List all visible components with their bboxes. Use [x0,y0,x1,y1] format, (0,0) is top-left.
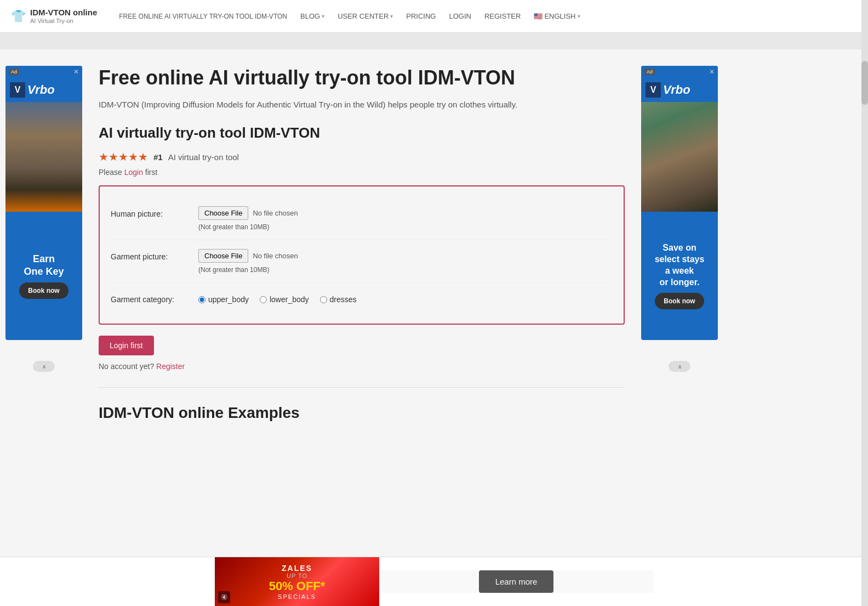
human-picture-controls: Choose File No file chosen (Not greater … [198,206,298,231]
header: 👕 IDM-VTON online AI Virtual Try-on FREE… [0,0,868,33]
nav-language-dropdown[interactable]: 🇺🇸 ENGLISH ▾ [534,12,580,20]
lower-body-label: lower_body [270,295,309,304]
category-lower-body[interactable]: lower_body [260,295,309,304]
logo-subtitle: AI Virtual Try-on [30,18,97,25]
right-ad-scroll-up-button[interactable]: ∧ [669,361,690,372]
nav-usercenter-dropdown[interactable]: USER CENTER ▾ [338,12,393,20]
right-ad-headline: Save on select stays a week or longer. [655,242,705,288]
try-on-form: Human picture: Choose File No file chose… [99,185,625,325]
no-account-text: No account yet? Register [99,362,625,371]
garment-picture-row: Garment picture: Choose File No file cho… [111,240,613,283]
usercenter-chevron-icon: ▾ [390,13,393,19]
register-link[interactable]: Register [156,362,185,371]
left-ad-logo: V Vrbo [5,78,82,102]
nav-register-link[interactable]: REGISTER [484,12,521,20]
human-file-name: No file chosen [253,209,298,217]
human-file-size-note: (Not greater than 10MB) [198,223,298,231]
human-picture-label: Human picture: [111,206,187,218]
left-ad-scroll-up-button[interactable]: ∧ [33,361,55,372]
page-title: Free online AI virtually try-on tool IDM… [99,66,625,89]
right-ad-logo: V Vrbo [641,78,718,102]
right-ad-text-block: Save on select stays a week or longer. B… [649,212,710,340]
right-ad-sidebar: Ad ✕ V Vrbo Save on select stays a week … [636,66,723,422]
language-chevron-icon: ▾ [578,13,580,19]
right-ad-book-button[interactable]: Book now [655,293,704,309]
divider [99,387,625,388]
section-title: AI virtually try-on tool IDM-VTON [99,124,625,141]
logo-icon: 👕 [11,9,26,24]
right-ad-image [641,102,718,212]
page-description: IDM-VTON (Improving Diffusion Models for… [99,98,625,111]
right-ad-topbar: Ad ✕ [641,66,718,78]
nav-pricing-link[interactable]: PRICING [406,12,436,20]
flag-icon: 🇺🇸 [534,12,542,20]
logo-title: IDM-VTON online [30,8,97,18]
left-ad-headline: Earn One Key [24,253,64,279]
logo[interactable]: 👕 IDM-VTON online AI Virtual Try-on [11,8,97,25]
left-vrbo-text: Vrbo [27,83,55,97]
right-vrbo-text: Vrbo [663,83,690,97]
scrollbar-thumb[interactable] [861,61,868,105]
garment-choose-file-button[interactable]: Choose File [198,249,248,263]
garment-file-size-note: (Not greater than 10MB) [198,266,298,274]
nav-login-link[interactable]: LOGIN [449,12,471,20]
human-picture-row: Human picture: Choose File No file chose… [111,197,613,240]
scrollbar-track [861,0,868,438]
star-rating: ★★★★★ [99,150,148,163]
login-prompt: Please Login first [99,168,625,177]
right-ad-close-icon[interactable]: ✕ [709,68,715,76]
nav-blog-dropdown[interactable]: BLOG ▾ [300,12,324,20]
category-upper-body[interactable]: upper_body [198,295,249,304]
left-ad-badge: Ad [9,69,19,75]
subbar [0,33,868,49]
examples-title: IDM-VTON online Examples [99,404,625,422]
left-ad-text-block: Earn One Key Book now [14,212,73,340]
right-ad-box: Ad ✕ V Vrbo Save on select stays a week … [641,66,718,340]
rating-row: ★★★★★ #1 AI virtual try-on tool [99,150,625,163]
left-ad-close-icon[interactable]: ✕ [73,68,79,76]
login-prompt-link[interactable]: Login [124,168,143,177]
rating-rank: #1 [153,152,163,162]
left-ad-box: Ad ✕ V Vrbo Earn One Key Book now [5,66,82,340]
garment-category-label: Garment category: [111,292,187,304]
garment-file-name: No file chosen [253,252,298,260]
login-first-button[interactable]: Login first [99,336,154,355]
left-vrbo-v-icon: V [10,82,25,98]
garment-picture-controls: Choose File No file chosen (Not greater … [198,249,298,274]
right-vrbo-v-icon: V [646,82,661,98]
left-ad-book-button[interactable]: Book now [19,282,68,299]
content-area: Free online AI virtually try-on tool IDM… [88,66,636,422]
upper-body-label: upper_body [208,295,249,304]
category-dresses[interactable]: dresses [320,295,357,304]
garment-picture-label: Garment picture: [111,249,187,261]
dresses-label: dresses [330,295,357,304]
left-ad-sidebar: Ad ✕ V Vrbo Earn One Key Book now ∧ [0,66,88,422]
left-ad-topbar: Ad ✕ [5,66,82,78]
human-choose-file-button[interactable]: Choose File [198,206,248,220]
garment-category-row: Garment category: upper_body lower_body … [111,283,613,313]
nav-tryon-link[interactable]: FREE ONLINE AI VIRTUALLY TRY-ON TOOL IDM… [119,13,287,20]
left-ad-image [5,102,82,212]
category-radio-group: upper_body lower_body dresses [198,292,357,304]
main-nav: FREE ONLINE AI VIRTUALLY TRY-ON TOOL IDM… [119,12,857,20]
right-ad-badge: Ad [644,69,655,75]
main-layout: Ad ✕ V Vrbo Earn One Key Book now ∧ Free… [0,49,868,438]
rating-label: AI virtual try-on tool [168,152,239,162]
blog-chevron-icon: ▾ [322,13,324,19]
